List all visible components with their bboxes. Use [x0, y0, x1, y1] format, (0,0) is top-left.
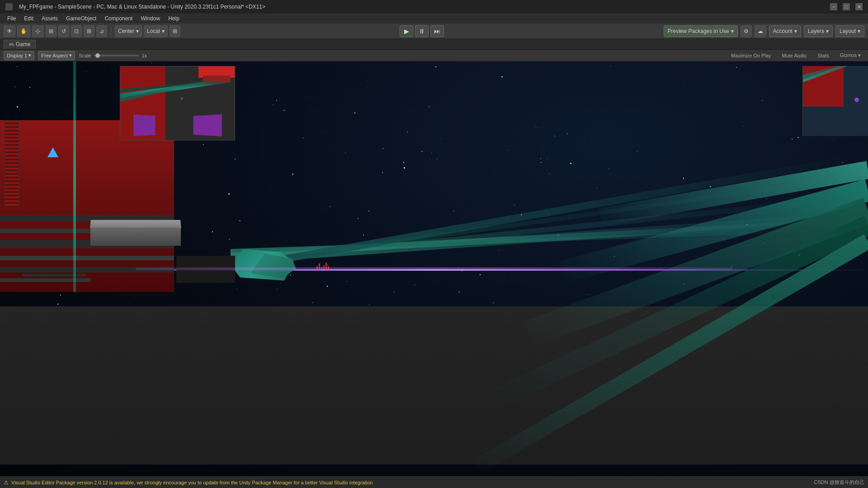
star	[537, 127, 538, 128]
star	[239, 220, 241, 221]
mute-audio-button[interactable]: Mute Audio	[778, 51, 811, 60]
star	[312, 302, 313, 303]
star	[277, 289, 278, 290]
star	[393, 291, 394, 292]
scale-label: Scale	[79, 53, 91, 58]
account-label: Account	[773, 28, 793, 34]
star	[29, 87, 30, 88]
star	[535, 126, 535, 127]
chevron-down-icon-4: ▾	[794, 28, 797, 34]
chevron-down-icon-5: ▾	[826, 28, 829, 34]
star	[499, 250, 500, 250]
menu-assets[interactable]: Assets	[38, 14, 61, 23]
player-triangle	[47, 147, 58, 157]
scale-slider[interactable]	[94, 55, 139, 56]
chevron-down-icon-2: ▾	[162, 28, 165, 34]
tool-rect[interactable]: ↺	[58, 25, 69, 37]
transform-center-button[interactable]: Center ▾	[115, 25, 142, 37]
display-bar: Display 1 ▾ Free Aspect ▾ Scale 1x Maxim…	[0, 50, 868, 61]
mini-viewport-inner: ✕	[120, 66, 235, 140]
star	[480, 274, 481, 275]
tool-scale[interactable]: ⊞	[46, 25, 57, 37]
star	[290, 275, 291, 276]
star	[86, 71, 86, 72]
toolbar: 👁 ✋ ⊹ ⊞ ↺ ⊡ ⊞ ⊿ Center ▾ Local ▾ ⊞ ▶ ⏸ ⏭…	[0, 23, 868, 39]
star	[354, 113, 355, 113]
tool-rotate[interactable]: ⊹	[32, 25, 44, 37]
menu-edit[interactable]: Edit	[20, 14, 37, 23]
stats-button[interactable]: Stats	[814, 51, 833, 60]
star	[236, 289, 237, 289]
game-tab[interactable]: 🎮 Game	[4, 40, 36, 49]
tool-custom2[interactable]: ⊿	[96, 25, 107, 37]
left-structure-band-7	[23, 274, 86, 277]
star	[453, 211, 454, 211]
close-button[interactable]: ✕	[855, 3, 863, 10]
game-tab-bar: 🎮 Game	[0, 39, 868, 50]
star	[588, 294, 589, 295]
chevron-down-icon-8: ▾	[69, 52, 72, 58]
chevron-down-icon-6: ▾	[858, 28, 860, 34]
transform-space-label: Local	[147, 28, 160, 34]
left-red-structure	[0, 120, 174, 292]
star	[345, 152, 346, 153]
star	[766, 198, 767, 199]
preview-packages-button[interactable]: Preview Packages in Use ▾	[664, 25, 738, 37]
display-label: Display 1	[7, 53, 27, 58]
star	[495, 170, 495, 170]
preview-packages-label: Preview Packages in Use	[668, 28, 729, 34]
tool-hand[interactable]: 👁	[4, 25, 15, 37]
star	[431, 153, 432, 153]
star	[549, 174, 550, 174]
gizmos-button[interactable]: Gizmos ▾	[836, 51, 864, 60]
warning-icon: ⚠	[4, 479, 9, 486]
star	[367, 87, 367, 87]
step-button[interactable]: ⏭	[430, 25, 444, 37]
star	[441, 138, 441, 139]
star	[276, 100, 277, 101]
star	[368, 211, 369, 211]
star	[403, 162, 404, 163]
menu-file[interactable]: File	[4, 14, 19, 23]
layers-button[interactable]: Layers ▾	[804, 25, 833, 37]
menu-gameobject[interactable]: GameObject	[62, 14, 100, 23]
window-controls[interactable]: − □ ✕	[830, 3, 863, 10]
settings-button[interactable]: ⚙	[741, 25, 752, 37]
maximize-on-play-button[interactable]: Maximize On Play	[727, 51, 775, 60]
star	[203, 144, 204, 145]
star	[100, 77, 100, 78]
star	[683, 178, 684, 179]
star	[327, 286, 328, 287]
game-viewport: ✕	[0, 61, 868, 476]
left-structure-band-4	[0, 256, 174, 260]
menu-help[interactable]: Help	[165, 14, 183, 23]
aspect-selector[interactable]: Free Aspect ▾	[38, 51, 75, 60]
tool-transform[interactable]: ⊡	[71, 25, 82, 37]
pause-button[interactable]: ⏸	[415, 25, 429, 37]
menu-component[interactable]: Component	[101, 14, 136, 23]
star	[511, 277, 512, 278]
menu-window[interactable]: Window	[137, 14, 164, 23]
star	[228, 193, 229, 194]
account-button[interactable]: Account ▾	[769, 25, 801, 37]
star	[797, 137, 799, 138]
cloud-button[interactable]: ☁	[755, 25, 766, 37]
star	[17, 66, 17, 67]
play-button[interactable]: ▶	[400, 25, 413, 37]
gray-platform-top	[90, 220, 181, 229]
snap-button[interactable]: ⊞	[170, 25, 180, 37]
gray-platform-side	[90, 228, 181, 246]
star	[212, 231, 212, 232]
minimize-button[interactable]: −	[830, 3, 837, 10]
star	[322, 131, 322, 131]
tool-custom1[interactable]: ⊞	[84, 25, 94, 37]
scale-value: 1x	[142, 53, 147, 58]
layout-button[interactable]: Layout ▾	[835, 25, 864, 37]
transform-space-button[interactable]: Local ▾	[144, 25, 168, 37]
layout-label: Layout	[840, 28, 856, 34]
star	[283, 110, 285, 111]
maximize-button[interactable]: □	[843, 3, 850, 10]
star	[547, 159, 547, 159]
display-selector[interactable]: Display 1 ▾	[4, 51, 34, 60]
tool-move[interactable]: ✋	[17, 25, 30, 37]
